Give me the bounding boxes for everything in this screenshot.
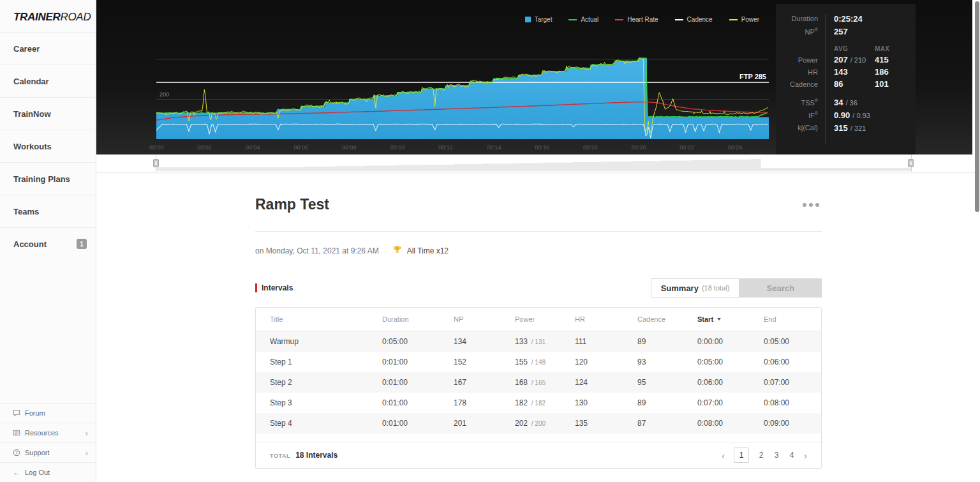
legend-item-heart-rate[interactable]: Heart Rate bbox=[615, 16, 658, 23]
legend-label: Actual bbox=[581, 16, 598, 23]
legend-item-cadence[interactable]: Cadence bbox=[675, 16, 713, 23]
sidebar-footer-label: Resources bbox=[25, 429, 59, 437]
table-row[interactable]: Step 40:01:00201202 / 200135870:08:000:0… bbox=[256, 413, 821, 433]
sidebar-item-career[interactable]: Career bbox=[0, 32, 96, 64]
achievement-label[interactable]: All Time x12 bbox=[407, 246, 449, 255]
meta-separator: · bbox=[385, 246, 387, 255]
column-header-label: End bbox=[764, 315, 776, 323]
x-axis-tick: 00:16 bbox=[535, 144, 549, 151]
main-content: Ramp Test on Monday, Oct 11, 2021 at 9:2… bbox=[255, 172, 822, 469]
table-row[interactable]: Step 20:01:00167168 / 165124950:06:000:0… bbox=[256, 372, 821, 393]
legend-line-mark bbox=[615, 19, 623, 20]
column-header-label: HR bbox=[575, 315, 585, 323]
chevron-right-icon: › bbox=[85, 429, 88, 437]
scrollbar-thumb[interactable] bbox=[975, 1, 979, 212]
max-header: MAX bbox=[875, 45, 889, 52]
cell-cadence: 87 bbox=[637, 419, 697, 428]
table-row[interactable]: Step 30:01:00178182 / 182130890:07:000:0… bbox=[256, 393, 821, 413]
svg-text:?: ? bbox=[15, 450, 18, 455]
column-header-label: Title bbox=[270, 315, 283, 323]
power-target: / 182 bbox=[530, 400, 546, 407]
cell-np: 201 bbox=[454, 419, 515, 428]
legend-line-mark bbox=[729, 19, 738, 20]
minimap-right-handle[interactable] bbox=[908, 159, 914, 167]
np-value: 257 bbox=[825, 27, 848, 36]
if-label: IF® bbox=[776, 111, 825, 119]
workout-date: on Monday, Oct 11, 2021 at 9:26 AM bbox=[255, 246, 379, 255]
sidebar-item-calendar[interactable]: Calendar bbox=[0, 64, 96, 97]
column-header-title[interactable]: Title bbox=[270, 315, 382, 323]
x-axis-tick: 00:18 bbox=[583, 144, 598, 151]
cell-start: 0:00:00 bbox=[697, 337, 764, 346]
pagination-page-3[interactable]: 3 bbox=[773, 451, 780, 460]
column-header-cadence[interactable]: Cadence bbox=[637, 315, 697, 323]
column-header-power[interactable]: Power bbox=[515, 315, 575, 323]
legend-item-target[interactable]: Target bbox=[525, 16, 553, 23]
x-axis-tick: 00:22 bbox=[679, 144, 694, 151]
sidebar-item-support[interactable]: ?Support› bbox=[0, 442, 96, 462]
trainerroad-logo[interactable]: TRAINERROAD bbox=[0, 0, 96, 32]
power-avg: 182 bbox=[515, 398, 528, 407]
cell-duration: 0:01:00 bbox=[382, 358, 454, 366]
cell-cadence: 95 bbox=[637, 378, 697, 387]
pagination-next[interactable]: › bbox=[804, 451, 807, 460]
column-header-label: Power bbox=[515, 315, 535, 323]
sidebar-item-label: Career bbox=[13, 44, 40, 54]
sidebar-item-label: Teams bbox=[13, 207, 39, 216]
sidebar-item-log-out[interactable]: ←Log Out bbox=[0, 462, 96, 482]
cell-start: 0:05:00 bbox=[697, 358, 764, 366]
table-row[interactable]: Step 10:01:00152155 / 148120930:05:000:0… bbox=[256, 352, 821, 372]
resources-icon bbox=[13, 429, 20, 437]
cell-title: Step 4 bbox=[270, 419, 382, 428]
x-axis-tick: 00:06 bbox=[294, 144, 309, 151]
overflow-menu-icon[interactable] bbox=[800, 200, 822, 209]
cell-np: 167 bbox=[454, 378, 515, 387]
column-header-duration[interactable]: Duration bbox=[382, 315, 454, 323]
sidebar-item-account[interactable]: Account1 bbox=[0, 227, 96, 260]
column-header-hr[interactable]: HR bbox=[575, 315, 637, 323]
pagination-page-4[interactable]: 4 bbox=[789, 451, 795, 460]
cell-power: 133 / 131 bbox=[515, 337, 575, 346]
sidebar-item-resources[interactable]: Resources› bbox=[0, 423, 96, 442]
minimap-left-handle[interactable] bbox=[153, 159, 159, 167]
kj-values: 315/ 321 bbox=[825, 123, 866, 133]
sidebar-item-trainnow[interactable]: TrainNow bbox=[0, 97, 96, 130]
cadence-values: 86101 bbox=[825, 79, 889, 89]
intervals-table-card: TitleDurationNPPowerHRCadenceStartEnd Wa… bbox=[255, 307, 822, 469]
pagination-page-2[interactable]: 2 bbox=[758, 451, 764, 460]
x-axis-tick: 00:24 bbox=[728, 144, 743, 151]
sidebar-footer-label: Forum bbox=[25, 409, 45, 417]
sidebar-item-workouts[interactable]: Workouts bbox=[0, 130, 96, 162]
column-header-start[interactable]: Start bbox=[697, 315, 764, 323]
pagination-prev[interactable]: ‹ bbox=[722, 451, 725, 460]
column-header-end[interactable]: End bbox=[764, 315, 821, 323]
tab-summary[interactable]: Summary (18 total) bbox=[651, 278, 739, 297]
power-avg: 202 bbox=[515, 419, 528, 428]
page-scrollbar[interactable] bbox=[974, 0, 979, 482]
chart-minimap[interactable] bbox=[96, 154, 980, 172]
trophy-icon bbox=[393, 246, 401, 256]
legend-item-power[interactable]: Power bbox=[729, 16, 759, 23]
cell-hr: 130 bbox=[575, 398, 637, 407]
sidebar-item-teams[interactable]: Teams bbox=[0, 195, 96, 227]
cell-cadence: 93 bbox=[637, 358, 697, 366]
pagination-page-1[interactable]: 1 bbox=[734, 448, 749, 463]
sidebar: TRAINERROAD CareerCalendarTrainNowWorkou… bbox=[0, 0, 96, 482]
y-gridline-label: 200 bbox=[160, 91, 169, 98]
cell-end: 0:09:00 bbox=[764, 419, 821, 428]
x-axis-tick: 00:08 bbox=[342, 144, 357, 151]
avg-header: AVG bbox=[834, 45, 875, 52]
trainerroad-app: FTP 28520000:0000:0200:0400:0600:0800:10… bbox=[0, 0, 980, 482]
hr-values: 143186 bbox=[825, 67, 889, 77]
tab-search[interactable]: Search bbox=[739, 278, 822, 297]
x-axis-tick: 00:04 bbox=[246, 144, 260, 151]
table-row[interactable]: Warmup0:05:00134133 / 131111890:00:000:0… bbox=[256, 331, 821, 352]
legend-item-actual[interactable]: Actual bbox=[568, 16, 598, 23]
sidebar-item-training-plans[interactable]: Training Plans bbox=[0, 162, 96, 195]
title-divider bbox=[255, 231, 822, 232]
sidebar-item-forum[interactable]: Forum bbox=[0, 403, 96, 423]
x-axis-tick: 00:10 bbox=[390, 144, 405, 151]
column-header-np[interactable]: NP bbox=[454, 315, 515, 323]
cell-duration: 0:01:00 bbox=[382, 419, 454, 428]
forum-icon bbox=[13, 409, 20, 417]
